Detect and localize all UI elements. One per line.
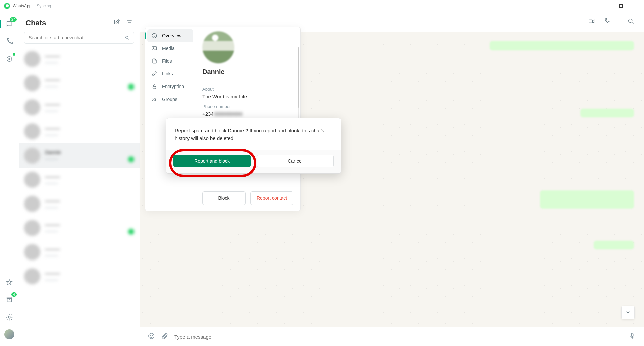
titlebar: WhatsApp Syncing... — [0, 0, 644, 12]
sync-status: Syncing... — [37, 4, 54, 8]
window-close-button[interactable] — [629, 0, 644, 12]
window-minimize-button[interactable] — [598, 0, 613, 12]
dialog-message: Report spam and block Dannie ? If you re… — [166, 118, 341, 150]
report-and-block-button[interactable]: Report and block — [173, 155, 251, 167]
window-controls — [598, 0, 644, 12]
window-maximize-button[interactable] — [613, 0, 629, 12]
whatsapp-logo-icon — [4, 3, 10, 9]
svg-rect-1 — [620, 4, 623, 7]
app-name: WhatsApp — [13, 4, 31, 8]
cancel-button[interactable]: Cancel — [257, 155, 334, 167]
report-block-dialog: Report spam and block Dannie ? If you re… — [166, 118, 341, 174]
dialog-actions: Report and block Cancel — [166, 150, 341, 173]
dimmer — [0, 12, 644, 346]
